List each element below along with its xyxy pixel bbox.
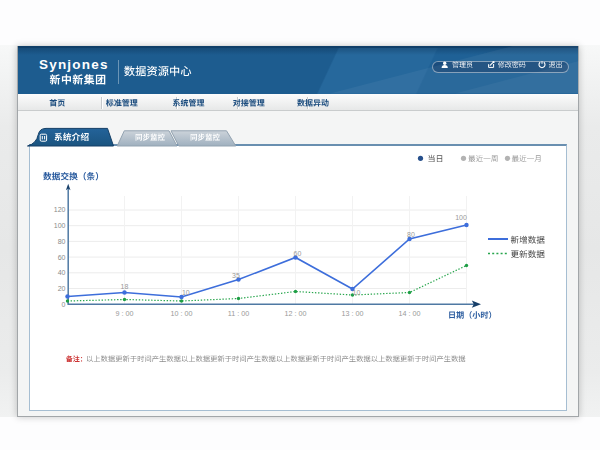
svg-text:40: 40 [58, 269, 66, 276]
svg-text:100: 100 [54, 222, 66, 229]
svg-text:10 : 00: 10 : 00 [171, 309, 193, 318]
svg-text:80: 80 [58, 238, 66, 245]
svg-text:12 : 00: 12 : 00 [285, 309, 307, 318]
svg-text:100: 100 [455, 214, 467, 221]
svg-text:14 : 00: 14 : 00 [399, 309, 421, 318]
svg-text:11 : 00: 11 : 00 [228, 309, 249, 318]
svg-text:35: 35 [232, 272, 240, 279]
svg-text:60: 60 [58, 254, 66, 261]
svg-text:10: 10 [353, 289, 361, 296]
svg-text:9 : 00: 9 : 00 [116, 309, 134, 318]
svg-text:13 : 00: 13 : 00 [342, 309, 364, 318]
svg-text:20: 20 [58, 285, 66, 292]
svg-text:10: 10 [182, 289, 190, 296]
svg-text:60: 60 [294, 250, 302, 257]
svg-text:80: 80 [407, 231, 415, 238]
svg-text:18: 18 [121, 283, 129, 290]
svg-text:0: 0 [62, 301, 66, 308]
svg-text:120: 120 [54, 206, 66, 213]
